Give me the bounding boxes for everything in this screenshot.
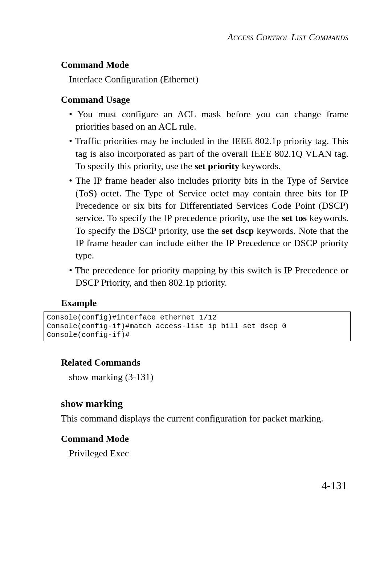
page-number: 4-131 <box>322 479 347 492</box>
bullet-3-bold2: set dscp <box>222 225 254 236</box>
bullet-2: Traffic priorities may be included in th… <box>69 135 348 172</box>
heading-command-usage: Command Usage <box>61 94 348 105</box>
heading-show-marking: show marking <box>61 398 348 410</box>
content: Command Mode Interface Configuration (Et… <box>44 60 348 460</box>
bullet-4: The precedence for priority mapping by t… <box>69 264 348 289</box>
bullet-2-post: keywords. <box>239 161 281 171</box>
heading-command-mode-1: Command Mode <box>61 60 348 70</box>
page: Access Control List Commands Command Mod… <box>0 0 392 460</box>
text-show-marking-desc: This command displays the current config… <box>61 412 348 425</box>
bullet-3-bold1: set tos <box>282 213 307 223</box>
usage-bullets: You must configure an ACL mask before yo… <box>61 108 348 289</box>
heading-command-mode-2: Command Mode <box>61 433 348 444</box>
running-header: Access Control List Commands <box>44 32 348 43</box>
example-code: Console(config)#interface ethernet 1/12 … <box>44 312 351 341</box>
bullet-1: You must configure an ACL mask before yo… <box>69 108 348 133</box>
heading-example: Example <box>61 298 348 309</box>
text-command-mode-1: Interface Configuration (Ethernet) <box>69 73 348 86</box>
bullet-3: The IP frame header also includes priori… <box>69 175 348 262</box>
text-related-commands: show marking (3-131) <box>69 371 348 383</box>
bullet-2-bold: set priority <box>195 161 239 171</box>
text-command-mode-2: Privileged Exec <box>69 447 348 460</box>
heading-related-commands: Related Commands <box>61 357 348 368</box>
